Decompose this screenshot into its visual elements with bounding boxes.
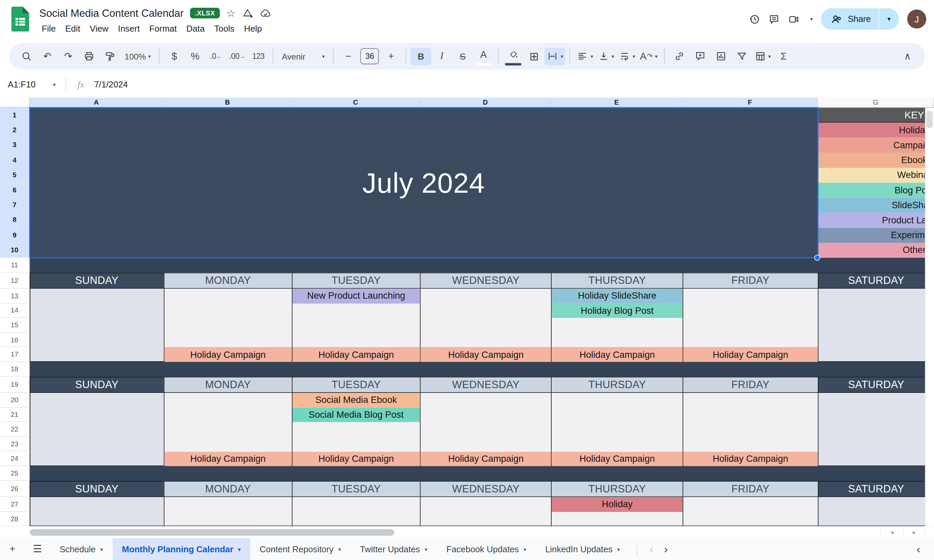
row-header-27[interactable]: 27 (0, 497, 29, 512)
day-header-thursday[interactable]: THURSDAY (551, 377, 683, 393)
day-cell-sunday[interactable] (29, 497, 163, 526)
all-sheets-button[interactable]: ☰ (25, 543, 50, 555)
tab-dropdown-icon[interactable]: ▾ (338, 546, 341, 552)
row-header-16[interactable]: 16 (0, 332, 29, 348)
day-cell-saturday[interactable] (818, 393, 934, 466)
print-button[interactable] (79, 48, 100, 65)
decrease-decimals-button[interactable]: .0← (206, 48, 227, 65)
move-to-drive-icon[interactable] (242, 8, 253, 19)
row-header-5[interactable]: 5 (0, 168, 29, 183)
event-cell[interactable]: Holiday Campaign (293, 347, 420, 362)
legend-row-campaign[interactable]: Campaign (818, 138, 934, 153)
tab-dropdown-icon[interactable]: ▾ (100, 546, 103, 552)
menu-format[interactable]: Format (144, 22, 182, 35)
vertical-scrollbar-thumb[interactable] (926, 111, 932, 128)
event-cell[interactable]: Holiday Campaign (552, 451, 682, 466)
tab-schedule[interactable]: Schedule▾ (50, 538, 113, 560)
day-cell-tuesday[interactable] (292, 497, 420, 526)
formula-input[interactable]: 7/1/2024 (94, 80, 128, 89)
legend-row-key[interactable]: KEY (818, 108, 934, 123)
tab-facebook-updates[interactable]: Facebook Updates▾ (437, 538, 536, 560)
row-header-13[interactable]: 13 (0, 289, 29, 303)
column-header-C[interactable]: C (292, 97, 420, 108)
day-header-saturday[interactable]: SATURDAY (818, 481, 934, 497)
event-cell[interactable]: Holiday Campaign (421, 451, 551, 466)
day-cell-wednesday[interactable] (420, 497, 551, 526)
row-header-17[interactable]: 17 (0, 347, 29, 362)
create-filter-button[interactable] (731, 48, 752, 65)
row-header-7[interactable]: 7 (0, 198, 29, 213)
day-header-tuesday[interactable]: TUESDAY (292, 377, 420, 393)
event-cell[interactable]: Holiday Campaign (164, 451, 292, 466)
day-header-friday[interactable]: FRIDAY (683, 377, 818, 393)
merge-cells-button[interactable]: ▾ (544, 48, 566, 65)
menu-edit[interactable]: Edit (60, 22, 85, 35)
day-header-monday[interactable]: MONDAY (163, 481, 292, 497)
row-header-20[interactable]: 20 (0, 393, 29, 408)
version-history-icon[interactable] (749, 14, 760, 25)
table-tools-button[interactable]: ▾ (752, 48, 773, 65)
day-cell-sunday[interactable] (29, 289, 163, 362)
column-header-E[interactable]: E (551, 97, 683, 108)
sheets-logo-icon[interactable] (11, 6, 29, 31)
day-header-tuesday[interactable]: TUESDAY (292, 272, 420, 289)
fill-color-button[interactable] (503, 45, 524, 67)
row-header-22[interactable]: 22 (0, 422, 29, 437)
row-header-10[interactable]: 10 (0, 243, 29, 258)
event-cell[interactable]: Holiday Campaign (552, 347, 682, 362)
day-header-monday[interactable]: MONDAY (163, 272, 292, 289)
row-header-26[interactable]: 26 (0, 481, 29, 497)
show-side-panel-button[interactable]: ‹ (911, 543, 926, 555)
menu-help[interactable]: Help (239, 22, 267, 35)
tab-content-repository[interactable]: Content Repository▾ (250, 538, 350, 560)
event-cell[interactable]: Holiday Campaign (683, 451, 818, 466)
cloud-status-icon[interactable] (260, 8, 271, 19)
day-header-thursday[interactable]: THURSDAY (551, 272, 683, 289)
menu-view[interactable]: View (85, 22, 113, 35)
paint-format-button[interactable] (100, 48, 120, 65)
star-icon[interactable]: ☆ (227, 7, 236, 19)
row-header-14[interactable]: 14 (0, 303, 29, 318)
horizontal-align-button[interactable]: ▾ (575, 48, 595, 65)
legend-row-ebook[interactable]: Ebook (818, 153, 934, 168)
redo-button[interactable]: ↷ (58, 48, 79, 65)
event-cell[interactable]: Holiday SlideShare (552, 289, 682, 303)
add-sheet-button[interactable]: + (0, 543, 25, 555)
meet-video-icon[interactable] (788, 14, 799, 25)
day-cell-saturday[interactable] (818, 497, 934, 526)
legend-row-holiday[interactable]: Holiday (818, 123, 934, 138)
tabs-scroll-left-button[interactable]: ‹ (644, 543, 659, 555)
legend-row-experiment[interactable]: Experiment (818, 228, 934, 243)
vertical-align-button[interactable]: ▾ (595, 48, 616, 65)
tab-dropdown-icon[interactable]: ▾ (617, 546, 620, 552)
row-header-18[interactable]: 18 (0, 362, 29, 377)
increase-font-size-button[interactable]: + (381, 48, 402, 65)
column-header-A[interactable]: A (29, 97, 163, 108)
tab-dropdown-icon[interactable]: ▾ (238, 546, 240, 552)
column-header-D[interactable]: D (420, 97, 551, 108)
column-header-F[interactable]: F (683, 97, 818, 108)
event-cell[interactable]: Holiday Blog Post (552, 303, 682, 318)
font-size-input[interactable]: 36 (361, 48, 379, 64)
column-header-G[interactable]: G (818, 97, 934, 108)
event-cell[interactable]: New Product Launching (293, 289, 420, 303)
row-header-9[interactable]: 9 (0, 228, 29, 243)
day-header-sunday[interactable]: SUNDAY (29, 272, 163, 289)
row-header-21[interactable]: 21 (0, 408, 29, 422)
day-header-tuesday[interactable]: TUESDAY (292, 481, 420, 497)
percent-button[interactable]: % (185, 48, 206, 65)
day-header-wednesday[interactable]: WEDNESDAY (420, 272, 551, 289)
row-header-28[interactable]: 28 (0, 512, 29, 526)
event-cell[interactable]: Holiday Campaign (164, 347, 292, 362)
legend-row-other[interactable]: Other (818, 243, 934, 258)
row-header-6[interactable]: 6 (0, 183, 29, 198)
legend-row-slideshare[interactable]: SlideShare (818, 198, 934, 213)
insert-chart-button[interactable] (711, 48, 731, 65)
row-header-23[interactable]: 23 (0, 437, 29, 452)
currency-button[interactable]: $ (164, 48, 185, 65)
bold-button[interactable]: B (411, 48, 432, 65)
legend-row-webinar[interactable]: Webinar (818, 168, 934, 183)
meet-dropdown-icon[interactable]: ▾ (810, 16, 813, 22)
font-select-button[interactable]: Avenir▾ (278, 48, 329, 65)
text-rotation-button[interactable]: A↷▾ (638, 48, 660, 65)
